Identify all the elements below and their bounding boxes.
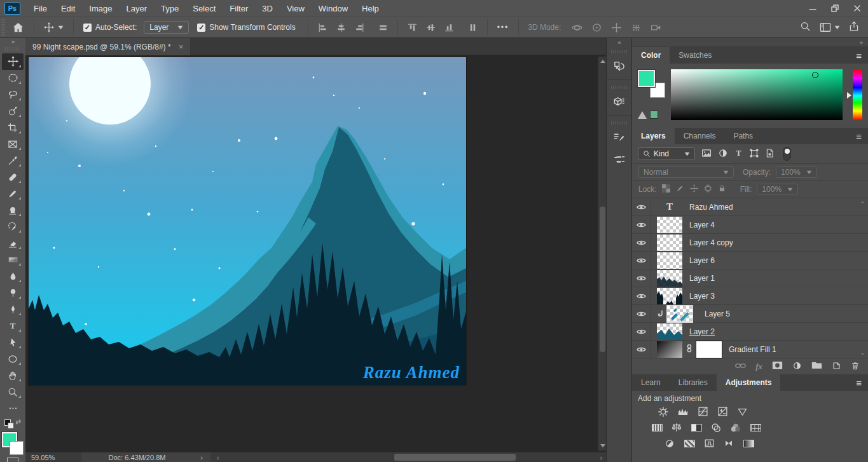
hue-slider[interactable] xyxy=(848,69,862,120)
clone-stamp-tool[interactable] xyxy=(2,202,24,219)
tab-paths[interactable]: Paths xyxy=(724,128,762,144)
pen-tool[interactable] xyxy=(2,301,24,318)
filter-smart-objects-icon[interactable] xyxy=(765,148,775,160)
align-right-edges-icon[interactable] xyxy=(350,18,369,37)
new-layer-icon[interactable] xyxy=(832,361,841,372)
lock-artboard-icon[interactable] xyxy=(704,184,712,194)
edit-toolbar-icon[interactable] xyxy=(2,400,24,417)
toolbar-collapse-icon[interactable]: » xyxy=(0,38,25,46)
new-adjustment-layer-icon[interactable] xyxy=(792,361,802,372)
brush-tool[interactable] xyxy=(2,186,24,202)
layer-name[interactable]: Layer 4 xyxy=(689,221,715,229)
exposure-icon[interactable] xyxy=(715,405,730,418)
filter-toggle-switch[interactable] xyxy=(783,147,791,161)
layer-style-fx-icon[interactable]: fx xyxy=(755,362,762,372)
history-brush-tool[interactable] xyxy=(2,219,24,235)
layer-name[interactable]: Layer 1 xyxy=(689,274,715,283)
layer-thumbnail[interactable] xyxy=(657,217,682,233)
type-tool[interactable]: T xyxy=(2,318,24,334)
menu-item-layer[interactable]: Layer xyxy=(120,0,155,17)
panel-menu-icon[interactable]: ≡ xyxy=(850,374,868,391)
dodge-tool[interactable] xyxy=(2,285,24,301)
layer-row-gradient-fill[interactable]: Gradient Fill 1 xyxy=(632,341,868,358)
scroll-down-icon[interactable] xyxy=(600,444,605,447)
move-tool-preset-icon[interactable]: ▼ xyxy=(39,18,68,37)
filter-kind-dropdown[interactable]: Kind▼ xyxy=(638,147,695,160)
layer-name[interactable]: Layer 5 xyxy=(705,309,730,318)
zoom-tool[interactable] xyxy=(2,384,24,400)
saturation-brightness-field[interactable] xyxy=(671,69,843,120)
lock-transparency-icon[interactable] xyxy=(662,184,670,194)
layer-thumbnail[interactable] xyxy=(667,306,692,322)
menu-item-edit[interactable]: Edit xyxy=(54,0,82,17)
panel-menu-icon[interactable]: ≡ xyxy=(850,128,868,144)
auto-select-checkbox[interactable]: ✓Auto-Select: xyxy=(79,18,144,37)
visibility-eye-icon[interactable] xyxy=(632,305,651,322)
restore-icon[interactable] xyxy=(823,0,846,17)
options-grip[interactable] xyxy=(1,19,5,36)
layer-name[interactable]: Razu Ahmed xyxy=(689,203,733,212)
layer-name[interactable]: Layer 3 xyxy=(689,292,715,301)
layer-row[interactable]: Layer 3 xyxy=(632,287,868,305)
quick-mask-icon[interactable] xyxy=(7,458,18,462)
horizontal-scroll-thumb[interactable] xyxy=(394,454,516,461)
eraser-tool[interactable] xyxy=(2,235,24,252)
menu-item-image[interactable]: Image xyxy=(82,0,119,17)
canvas-artwork[interactable]: Razu Ahmed xyxy=(29,57,466,385)
delete-layer-icon[interactable] xyxy=(851,361,860,372)
panel-menu-icon[interactable]: ≡ xyxy=(850,47,868,64)
color-balance-icon[interactable] xyxy=(669,421,684,433)
lock-position-icon[interactable] xyxy=(690,184,698,194)
menu-item-3d[interactable]: 3D xyxy=(255,0,280,17)
brightness-contrast-icon[interactable] xyxy=(656,405,671,418)
healing-brush-tool[interactable] xyxy=(2,169,24,186)
marquee-tool[interactable] xyxy=(2,70,24,86)
canvas-pasteboard[interactable]: Razu Ahmed xyxy=(25,55,606,452)
visibility-eye-icon[interactable] xyxy=(632,323,651,340)
visibility-eye-icon[interactable] xyxy=(632,269,651,287)
channel-mixer-icon[interactable] xyxy=(728,421,743,433)
zoom-level[interactable]: 59.05% xyxy=(25,454,81,461)
hand-tool[interactable] xyxy=(2,367,24,384)
show-transform-checkbox[interactable]: ✓Show Transform Controls xyxy=(193,18,302,37)
layers-scroll-down-icon[interactable]: ⌄ xyxy=(860,350,865,356)
menu-item-help[interactable]: Help xyxy=(355,0,386,17)
menu-item-file[interactable]: File xyxy=(27,0,54,17)
document-tab[interactable]: 99 Night scape.psd @ 59.1% (RGB/8#) * × xyxy=(25,38,190,55)
horizontal-scrollbar[interactable]: ‹ › xyxy=(214,452,606,462)
link-layers-icon[interactable] xyxy=(735,362,746,372)
foreground-color-swatch[interactable] xyxy=(638,70,655,87)
path-selection-tool[interactable] xyxy=(2,334,24,351)
menu-item-type[interactable]: Type xyxy=(154,0,186,17)
brush-settings-panel-icon[interactable] xyxy=(607,126,632,148)
filter-adjustment-layers-icon[interactable] xyxy=(718,148,728,160)
hue-slider-marker[interactable] xyxy=(847,92,851,99)
tab-close-icon[interactable]: × xyxy=(179,42,184,51)
black-white-icon[interactable] xyxy=(689,421,704,433)
visibility-eye-icon[interactable] xyxy=(632,234,651,251)
visibility-eye-icon[interactable] xyxy=(632,252,651,269)
layers-scroll-up-icon[interactable]: ⌃ xyxy=(860,201,865,207)
layer-thumbnail[interactable] xyxy=(657,270,682,287)
crop-tool[interactable] xyxy=(2,119,24,136)
posterize-icon[interactable] xyxy=(682,437,697,449)
vibrance-icon[interactable] xyxy=(734,405,750,418)
gamut-safe-swatch[interactable] xyxy=(650,111,658,119)
blend-mode-dropdown[interactable]: Normal▼ xyxy=(638,166,734,178)
align-vertical-centers-icon[interactable] xyxy=(332,18,350,37)
workspace-switcher-icon[interactable]: ▼ xyxy=(820,22,840,32)
menu-item-filter[interactable]: Filter xyxy=(223,0,255,17)
eyedropper-tool[interactable] xyxy=(2,153,24,169)
background-color-swatch[interactable] xyxy=(10,441,24,455)
minimize-icon[interactable] xyxy=(801,0,823,17)
expand-panels-icon[interactable]: « xyxy=(607,38,631,47)
share-icon[interactable] xyxy=(849,21,859,34)
layer-name[interactable]: Layer 6 xyxy=(689,256,715,265)
home-icon[interactable] xyxy=(8,18,29,37)
layer-row[interactable]: Layer 1 xyxy=(632,269,868,287)
menu-item-select[interactable]: Select xyxy=(186,0,223,17)
selective-color-icon[interactable] xyxy=(721,437,736,449)
more-options-icon[interactable]: ••• xyxy=(493,18,514,37)
close-icon[interactable] xyxy=(846,0,868,17)
tab-swatches[interactable]: Swatches xyxy=(670,47,720,64)
